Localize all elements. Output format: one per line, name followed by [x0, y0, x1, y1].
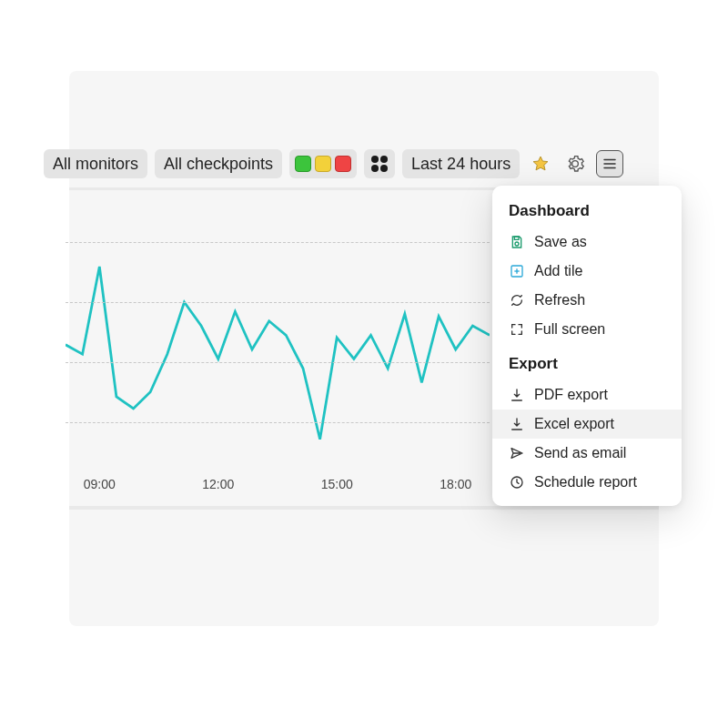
chart-bottom-divider [69, 506, 659, 510]
gear-icon [566, 155, 584, 173]
download-icon [509, 416, 525, 432]
x-tick-label: 09:00 [84, 477, 116, 491]
monitors-filter-label: All monitors [53, 155, 138, 174]
menu-item-excel-export[interactable]: Excel export [492, 410, 682, 439]
menu-item-schedule-report[interactable]: Schedule report [492, 468, 682, 497]
send-icon [509, 445, 525, 461]
gridline [66, 242, 490, 243]
grid-icon [371, 156, 388, 172]
status-warn-icon [315, 156, 331, 172]
checkpoints-filter[interactable]: All checkpoints [155, 149, 282, 178]
status-ok-icon [295, 156, 311, 172]
favorite-button[interactable] [527, 150, 554, 177]
menu-item-send-email[interactable]: Send as email [492, 439, 682, 468]
menu-item-label: Save as [534, 234, 587, 250]
status-error-icon [335, 156, 351, 172]
menu-item-refresh[interactable]: Refresh [492, 286, 682, 315]
layout-button[interactable] [364, 149, 395, 178]
clock-icon [509, 474, 525, 490]
line-chart [66, 231, 490, 468]
x-tick-label: 12:00 [202, 477, 234, 491]
menu-item-label: Add tile [534, 263, 582, 279]
menu-item-label: PDF export [534, 387, 608, 403]
x-tick-label: 18:00 [440, 477, 471, 491]
status-filter[interactable] [289, 149, 357, 178]
menu-item-label: Full screen [534, 321, 605, 338]
menu-item-label: Excel export [534, 416, 614, 432]
timerange-filter[interactable]: Last 24 hours [402, 149, 520, 178]
gridline [66, 362, 490, 363]
gridline [66, 422, 490, 423]
menu-item-pdf-export[interactable]: PDF export [492, 380, 682, 410]
svg-rect-3 [514, 237, 519, 239]
gridline [66, 302, 490, 303]
toolbar: All monitors All checkpoints Last 24 hou… [44, 149, 623, 178]
menu-section-export: Export [492, 344, 682, 380]
star-icon [531, 155, 550, 173]
plus-square-icon [509, 263, 525, 279]
refresh-icon [509, 292, 525, 308]
dashboard-menu-dropdown: Dashboard Save as Add tile Refresh Full … [492, 186, 682, 506]
x-tick-label: 15:00 [321, 477, 353, 491]
save-icon [509, 234, 525, 250]
menu-icon [602, 156, 618, 172]
settings-button[interactable] [561, 150, 589, 177]
monitors-filter[interactable]: All monitors [44, 149, 147, 178]
timerange-label: Last 24 hours [411, 155, 511, 174]
menu-item-label: Refresh [534, 292, 585, 308]
menu-button[interactable] [596, 150, 623, 177]
menu-item-full-screen[interactable]: Full screen [492, 315, 682, 344]
fullscreen-icon [509, 321, 525, 338]
menu-item-label: Send as email [534, 445, 626, 461]
checkpoints-filter-label: All checkpoints [164, 155, 273, 174]
download-icon [509, 387, 525, 403]
svg-point-4 [515, 242, 519, 246]
menu-item-add-tile[interactable]: Add tile [492, 257, 682, 286]
chart [66, 231, 490, 504]
menu-section-dashboard: Dashboard [492, 198, 682, 228]
menu-item-save-as[interactable]: Save as [492, 228, 682, 257]
menu-item-label: Schedule report [534, 474, 637, 490]
